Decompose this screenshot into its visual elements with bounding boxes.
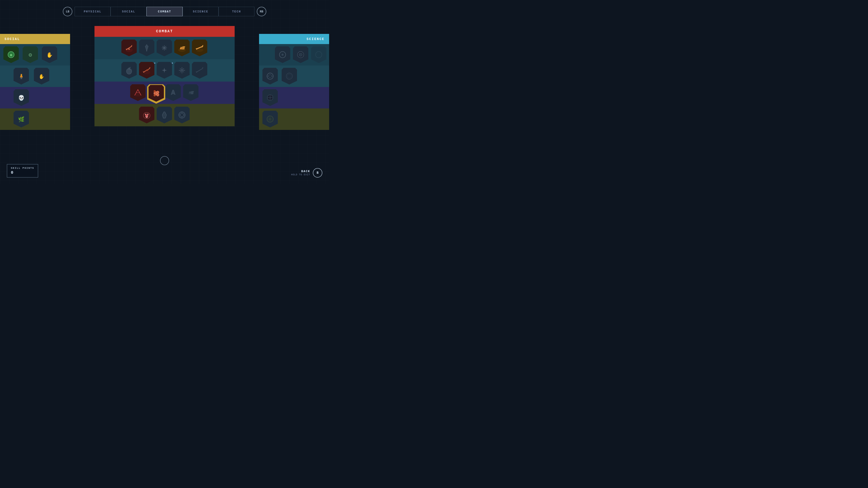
skill-star1[interactable]	[157, 39, 173, 57]
skill-blade2[interactable]	[165, 84, 181, 101]
science-skill-0[interactable]	[275, 46, 291, 63]
combat-row-4	[94, 104, 235, 126]
back-b-button[interactable]: B	[313, 168, 322, 177]
science-skill-4[interactable]	[282, 68, 298, 85]
skill-blade1[interactable]	[139, 39, 155, 57]
svg-rect-58	[191, 91, 194, 92]
svg-text:💀: 💀	[18, 95, 25, 101]
tab-tech[interactable]: TECH	[219, 7, 254, 16]
skills-grid: ✦ ✦	[94, 37, 235, 126]
skill-target1[interactable]	[174, 107, 190, 124]
social-row-1: ⊕ ⚙ ✋	[0, 44, 70, 66]
social-skill-6[interactable]: 🌿	[13, 111, 29, 128]
svg-point-78	[299, 53, 303, 57]
svg-marker-55	[171, 90, 175, 95]
skill-knee1[interactable]	[157, 107, 173, 124]
svg-rect-36	[146, 70, 148, 71]
svg-line-45	[202, 67, 204, 68]
combat-panel: COMBAT	[94, 26, 235, 126]
skill-shotgun1[interactable]	[192, 39, 208, 57]
svg-point-85	[287, 74, 291, 78]
tab-physical[interactable]: PHYSICAL	[74, 7, 111, 16]
skill-points-value: 0	[11, 170, 34, 175]
svg-point-53	[154, 90, 156, 92]
science-row-1	[259, 44, 329, 66]
social-row-4: 🌿	[0, 108, 70, 130]
skill-armor1[interactable]	[139, 107, 155, 124]
svg-line-31	[129, 67, 131, 68]
science-skill-1[interactable]	[293, 46, 309, 63]
svg-point-42	[181, 70, 183, 71]
tab-combat[interactable]: COMBAT	[147, 7, 182, 16]
back-button[interactable]: BACK HOLD TO EXIT B	[291, 168, 322, 177]
social-row-3: 💀	[0, 87, 70, 108]
science-panel: SCIENCE	[259, 34, 329, 164]
back-label: BACK	[291, 170, 310, 173]
social-skill-2[interactable]: ✋	[42, 46, 58, 63]
skill-rifle1[interactable]	[121, 39, 137, 57]
skill-pistol1[interactable]	[174, 39, 190, 57]
combat-header: COMBAT	[94, 26, 235, 37]
svg-point-23	[180, 48, 182, 49]
svg-point-81	[269, 74, 272, 78]
lb-button[interactable]: LB	[63, 7, 72, 16]
svg-text:🌿: 🌿	[18, 116, 25, 123]
svg-line-43	[196, 68, 203, 72]
social-panel: SOCIAL ⊕ ⚙ ✋ 🧍 ✋	[0, 34, 70, 164]
skill-burst1[interactable]	[174, 62, 190, 79]
social-skill-1[interactable]: ⚙	[23, 46, 38, 63]
skill-rifle2[interactable]: ✦	[139, 62, 155, 79]
rb-button[interactable]: RB	[257, 7, 266, 16]
tab-science[interactable]: SCIENCE	[183, 7, 219, 16]
category-tabs: PHYSICAL SOCIAL COMBAT SCIENCE TECH	[74, 7, 254, 16]
svg-point-79	[315, 52, 322, 58]
science-header: SCIENCE	[259, 34, 329, 44]
skill-laser1[interactable]	[130, 84, 146, 101]
skill-points-label: SKILL POINTS	[11, 167, 34, 169]
combat-row-3	[94, 82, 235, 104]
social-skill-5[interactable]: 💀	[13, 89, 29, 106]
svg-point-64	[147, 115, 148, 116]
social-header: SOCIAL	[0, 34, 70, 44]
top-navigation: LB PHYSICAL SOCIAL COMBAT SCIENCE TECH R…	[63, 7, 266, 16]
svg-point-51	[156, 91, 159, 94]
svg-marker-14	[145, 45, 148, 51]
social-skill-3[interactable]: 🧍	[13, 68, 29, 85]
svg-line-11	[131, 45, 132, 46]
svg-point-12	[128, 48, 130, 50]
svg-rect-57	[189, 93, 191, 94]
skill-points-box: SKILL POINTS 0	[7, 164, 38, 177]
svg-rect-30	[129, 68, 130, 70]
science-row-3	[259, 87, 329, 108]
social-skill-0[interactable]: ⊕	[3, 46, 19, 63]
science-skill-6[interactable]	[262, 111, 278, 128]
science-skill-2[interactable]	[311, 46, 327, 63]
social-row-2: 🧍 ✋	[0, 66, 70, 87]
back-sub: HOLD TO EXIT	[291, 173, 310, 176]
combat-row-1	[94, 37, 235, 59]
svg-marker-37	[162, 68, 167, 73]
svg-text:🧍: 🧍	[18, 73, 25, 80]
svg-rect-22	[182, 46, 185, 47]
svg-text:✋: ✋	[39, 74, 44, 79]
skill-ammo1[interactable]	[148, 84, 164, 101]
svg-point-76	[281, 54, 283, 56]
tab-social[interactable]: SOCIAL	[111, 7, 147, 16]
back-text: BACK HOLD TO EXIT	[291, 170, 310, 176]
social-skill-4[interactable]: ✋	[34, 68, 50, 85]
svg-point-65	[146, 116, 148, 118]
science-skill-3[interactable]	[262, 68, 278, 85]
combat-row-2: ✦ ✦	[94, 59, 235, 82]
skill-rifle3[interactable]	[192, 62, 208, 79]
svg-point-52	[156, 94, 159, 96]
svg-text:⊕: ⊕	[10, 53, 12, 57]
center-indicator	[160, 156, 169, 165]
svg-point-54	[154, 94, 156, 96]
skill-grenade1[interactable]	[121, 62, 137, 79]
svg-text:✋: ✋	[46, 52, 53, 58]
science-skill-5[interactable]	[262, 89, 278, 106]
svg-point-70	[180, 113, 184, 117]
skill-pistol2[interactable]	[183, 84, 199, 101]
skill-sparkle1[interactable]: ✦	[157, 62, 173, 79]
science-row-4	[259, 108, 329, 130]
